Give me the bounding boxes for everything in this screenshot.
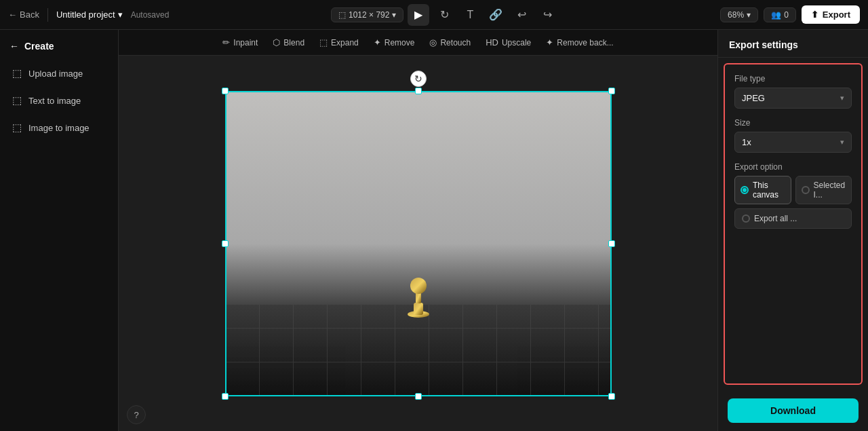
dimension-icon: ⬚	[338, 10, 346, 20]
inpaint-button[interactable]: ✏ Inpaint	[216, 34, 264, 51]
handle-top-left[interactable]	[222, 88, 229, 94]
svg-rect-1	[414, 303, 423, 315]
selected-items-radio	[802, 186, 810, 194]
back-label: Back	[20, 10, 39, 20]
zoom-value: 68%	[728, 10, 744, 20]
sidebar-item-image-to-image[interactable]: ⬚ Image to image	[5, 115, 113, 140]
export-panel: Export settings File type JPEG ▾ Size 1x…	[717, 30, 868, 431]
topbar-divider	[47, 8, 48, 22]
collab-badge: 👥 0	[764, 7, 796, 22]
remove-background-icon: ✦	[546, 37, 553, 48]
handle-top-center[interactable]	[415, 88, 422, 94]
chevron-down-icon: ▾	[840, 94, 844, 102]
inpaint-icon: ✏	[222, 37, 230, 48]
export-button[interactable]: ⬆ Export	[802, 5, 860, 24]
handle-bottom-center[interactable]	[415, 393, 422, 400]
inpaint-label: Inpaint	[233, 38, 258, 48]
export-option-group: Export option This canvas Selected I... …	[734, 162, 852, 229]
bottom-bar: ?	[119, 405, 717, 424]
export-options-row: This canvas Selected I...	[734, 176, 852, 204]
file-type-label: File type	[734, 74, 852, 83]
chevron-down-icon: ▾	[392, 10, 396, 20]
image-to-image-icon: ⬚	[12, 121, 22, 134]
chevron-down-icon: ▾	[840, 138, 844, 147]
file-type-select[interactable]: JPEG ▾	[734, 88, 852, 109]
sidebar-title: Create	[24, 41, 54, 52]
blend-icon: ⬡	[273, 37, 280, 48]
download-label: Download	[770, 405, 816, 416]
upscale-button[interactable]: HD Upscale	[479, 34, 538, 51]
retouch-label: Retouch	[440, 38, 471, 48]
this-canvas-label: This canvas	[753, 181, 785, 200]
remove-label: Remove	[384, 38, 415, 48]
upload-image-icon: ⬚	[12, 67, 22, 79]
download-button[interactable]: Download	[728, 398, 859, 423]
export-panel-header: Export settings	[718, 30, 868, 58]
chevron-down-icon: ▾	[118, 10, 123, 20]
rotate-handle[interactable]: ↻	[410, 71, 427, 87]
size-group: Size 1x ▾	[734, 118, 852, 153]
blend-button[interactable]: ⬡ Blend	[266, 34, 311, 51]
main-area: ← Create ⬚ Upload image ⬚ Text to image …	[0, 30, 868, 431]
export-all-radio	[742, 214, 750, 223]
title-text: Untitled project	[56, 10, 115, 20]
export-icon: ⬆	[811, 10, 818, 20]
topbar-right: 68% ▾ 👥 0 ⬆ Export	[720, 5, 860, 24]
canvas-area: ✏ Inpaint ⬡ Blend ⬚ Expand ✦ Remove ◎ Re…	[119, 30, 717, 431]
rotate-tool-button[interactable]: ↻	[433, 4, 455, 26]
sidebar-item-upload-image[interactable]: ⬚ Upload image	[5, 61, 113, 86]
upscale-label: Upscale	[502, 38, 531, 48]
canvas-image	[225, 91, 612, 396]
canvas-frame: ↻	[225, 91, 612, 396]
topbar-center: ⬚ 1012 × 792 ▾ ▶ ↻ T 🔗 ↩ ↪	[174, 4, 715, 26]
chess-scene	[225, 91, 612, 396]
help-button[interactable]: ?	[127, 405, 146, 424]
create-icon: ←	[9, 41, 19, 52]
svg-point-3	[410, 278, 427, 294]
export-panel-title: Export settings	[729, 39, 798, 50]
handle-middle-right[interactable]	[608, 240, 615, 247]
dimension-badge[interactable]: ⬚ 1012 × 792 ▾	[331, 7, 403, 22]
this-canvas-radio	[741, 186, 749, 194]
handle-top-right[interactable]	[608, 88, 615, 94]
project-title[interactable]: Untitled project ▾	[56, 10, 123, 20]
text-to-image-icon: ⬚	[12, 94, 22, 107]
chess-pawn-svg	[405, 265, 432, 320]
undo-button[interactable]: ↩	[511, 4, 532, 26]
handle-bottom-left[interactable]	[222, 393, 229, 400]
topbar: ← Back Untitled project ▾ Autosaved ⬚ 10…	[0, 0, 868, 30]
dimensions-text: 1012 × 792	[349, 10, 389, 20]
expand-button[interactable]: ⬚ Expand	[313, 34, 366, 51]
sidebar-item-label: Image to image	[28, 123, 90, 133]
select-tool-button[interactable]: ▶	[408, 4, 429, 26]
redo-button[interactable]: ↪	[536, 4, 558, 26]
collab-icon: 👥	[771, 10, 781, 20]
canvas-wrapper[interactable]: ↻	[119, 56, 717, 431]
expand-label: Expand	[331, 38, 359, 48]
zoom-control[interactable]: 68% ▾	[720, 7, 758, 22]
this-canvas-option[interactable]: This canvas	[734, 176, 791, 204]
link-tool-button[interactable]: 🔗	[485, 4, 507, 26]
sidebar-header: ← Create	[5, 38, 113, 58]
retouch-icon: ◎	[429, 37, 437, 48]
remove-button[interactable]: ✦ Remove	[367, 34, 422, 51]
size-select[interactable]: 1x ▾	[734, 132, 852, 153]
upscale-icon: HD	[486, 37, 498, 48]
sidebar-item-label: Text to image	[28, 96, 81, 106]
back-button[interactable]: ← Back	[8, 10, 39, 20]
file-type-value: JPEG	[742, 93, 765, 103]
retouch-button[interactable]: ◎ Retouch	[422, 34, 477, 51]
selected-items-option[interactable]: Selected I...	[795, 176, 852, 204]
handle-middle-left[interactable]	[222, 240, 229, 247]
text-tool-button[interactable]: T	[459, 4, 481, 26]
export-all-button[interactable]: Export all ...	[734, 208, 852, 229]
blend-label: Blend	[283, 38, 304, 48]
export-panel-body: File type JPEG ▾ Size 1x ▾ Export option	[724, 63, 863, 385]
sidebar-item-text-to-image[interactable]: ⬚ Text to image	[5, 88, 113, 113]
toolbar: ✏ Inpaint ⬡ Blend ⬚ Expand ✦ Remove ◎ Re…	[119, 30, 717, 56]
handle-bottom-right[interactable]	[608, 393, 615, 400]
remove-background-button[interactable]: ✦ Remove back...	[539, 34, 620, 51]
size-value: 1x	[742, 137, 751, 147]
selected-items-label: Selected I...	[814, 181, 846, 200]
sidebar: ← Create ⬚ Upload image ⬚ Text to image …	[0, 30, 119, 431]
